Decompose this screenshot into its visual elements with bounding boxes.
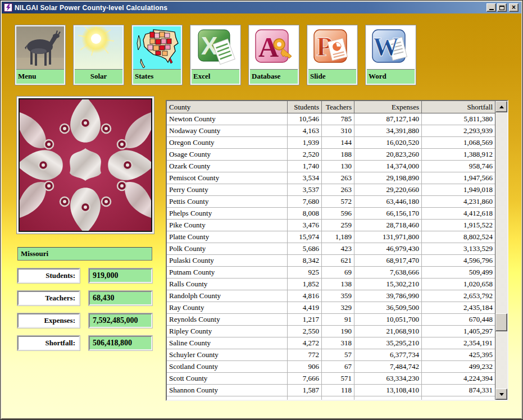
table-row[interactable]: Reynolds County1,2179110,051,700670,448	[167, 314, 495, 326]
table-row[interactable]	[167, 396, 495, 400]
cell-teachers[interactable]: 130	[322, 161, 354, 172]
cell-county[interactable]	[167, 396, 288, 400]
table-row[interactable]: Newton County10,54678587,127,1405,811,38…	[167, 113, 495, 125]
cell-expenses[interactable]: 21,068,910	[354, 326, 422, 337]
cell-shortfall[interactable]: 1,915,522	[422, 220, 495, 231]
cell-expenses[interactable]: 35,295,210	[354, 337, 422, 349]
scroll-down-button[interactable]	[495, 389, 507, 400]
cell-expenses[interactable]: 29,198,890	[354, 172, 422, 184]
cell-county[interactable]: Ralls County	[167, 279, 288, 290]
cell-students[interactable]: 8,342	[288, 255, 322, 267]
column-header-county[interactable]: County	[167, 101, 288, 113]
cell-county[interactable]: Shannon County	[167, 385, 288, 396]
cell-shortfall[interactable]: 1,020,658	[422, 279, 495, 290]
cell-expenses[interactable]: 20,823,260	[354, 149, 422, 161]
cell-county[interactable]: Newton County	[167, 113, 288, 125]
table-row[interactable]: Pulaski County8,34262168,917,4704,596,79…	[167, 255, 495, 267]
cell-teachers[interactable]: 596	[322, 208, 354, 220]
cell-students[interactable]: 1,217	[288, 314, 322, 326]
toolbar-button-excel[interactable]: X Excel	[190, 25, 240, 85]
cell-county[interactable]: Nodaway County	[167, 125, 288, 137]
cell-expenses[interactable]: 87,127,140	[354, 113, 422, 125]
cell-shortfall[interactable]: 5,811,380	[422, 113, 495, 125]
scrollbar-track[interactable]	[495, 112, 507, 389]
cell-shortfall[interactable]: 2,653,792	[422, 290, 495, 302]
cell-students[interactable]: 1,852	[288, 279, 322, 290]
cell-students[interactable]: 3,476	[288, 220, 322, 231]
cell-expenses[interactable]: 63,446,180	[354, 196, 422, 208]
cell-shortfall[interactable]: 2,293,939	[422, 125, 495, 137]
cell-teachers[interactable]: 359	[322, 290, 354, 302]
table-row[interactable]: Osage County2,52018820,823,2601,388,912	[167, 149, 495, 161]
cell-shortfall[interactable]: 1,388,912	[422, 149, 495, 161]
cell-county[interactable]: Pike County	[167, 220, 288, 231]
cell-teachers[interactable]: 144	[322, 137, 354, 149]
cell-students[interactable]: 4,163	[288, 125, 322, 137]
cell-teachers[interactable]: 138	[322, 279, 354, 290]
cell-expenses[interactable]: 7,484,742	[354, 361, 422, 373]
scrollbar-thumb[interactable]	[495, 313, 507, 331]
table-row[interactable]: Pemiscot County3,53426329,198,8901,947,5…	[167, 172, 495, 184]
cell-shortfall[interactable]: 499,232	[422, 361, 495, 373]
cell-county[interactable]: Oregon County	[167, 137, 288, 149]
cell-county[interactable]: Perry County	[167, 184, 288, 196]
cell-shortfall[interactable]: 3,133,529	[422, 243, 495, 255]
toolbar-button-database[interactable]: A Database	[249, 25, 299, 85]
cell-shortfall[interactable]: 4,412,618	[422, 208, 495, 220]
cell-county[interactable]: Randolph County	[167, 290, 288, 302]
cell-students[interactable]	[288, 396, 322, 400]
table-row[interactable]: Shannon County1,58711813,108,410874,331	[167, 385, 495, 396]
students-value[interactable]: 919,000	[89, 268, 152, 283]
cell-students[interactable]: 5,686	[288, 243, 322, 255]
cell-county[interactable]: Platte County	[167, 231, 288, 243]
cell-expenses[interactable]: 29,220,660	[354, 184, 422, 196]
cell-expenses[interactable]	[354, 396, 422, 400]
maximize-button[interactable]	[497, 3, 507, 12]
table-row[interactable]: Scott County7,66657163,334,2304,224,394	[167, 373, 495, 385]
toolbar-button-solar[interactable]: Solar	[74, 25, 124, 85]
table-row[interactable]: Ray County4,41932936,509,5002,435,184	[167, 302, 495, 314]
cell-county[interactable]: Ozark County	[167, 161, 288, 172]
cell-shortfall[interactable]: 509,499	[422, 267, 495, 279]
cell-shortfall[interactable]: 1,947,566	[422, 172, 495, 184]
cell-students[interactable]: 8,008	[288, 208, 322, 220]
cell-shortfall[interactable]: 425,395	[422, 349, 495, 361]
cell-students[interactable]: 772	[288, 349, 322, 361]
cell-students[interactable]: 3,534	[288, 172, 322, 184]
table-row[interactable]: Ripley County2,55019021,068,9101,405,297	[167, 326, 495, 337]
cell-shortfall[interactable]: 4,596,796	[422, 255, 495, 267]
table-row[interactable]: Pettis County7,68057263,446,1804,231,860	[167, 196, 495, 208]
cell-expenses[interactable]: 13,108,410	[354, 385, 422, 396]
cell-shortfall[interactable]: 8,802,524	[422, 231, 495, 243]
cell-students[interactable]: 3,537	[288, 184, 322, 196]
cell-teachers[interactable]: 190	[322, 326, 354, 337]
table-row[interactable]: Randolph County4,81635939,786,9902,653,7…	[167, 290, 495, 302]
cell-county[interactable]: Polk County	[167, 243, 288, 255]
cell-teachers[interactable]: 263	[322, 184, 354, 196]
table-row[interactable]: Pike County3,47625928,718,4601,915,522	[167, 220, 495, 231]
cell-shortfall[interactable]	[422, 396, 495, 400]
cell-expenses[interactable]: 14,374,000	[354, 161, 422, 172]
cell-shortfall[interactable]: 2,435,184	[422, 302, 495, 314]
shortfall-value[interactable]: 506,418,800	[89, 336, 152, 350]
table-row[interactable]: Oregon County1,93914416,020,5201,068,569	[167, 137, 495, 149]
cell-students[interactable]: 15,974	[288, 231, 322, 243]
cell-students[interactable]: 4,816	[288, 290, 322, 302]
column-header-students[interactable]: Students	[288, 101, 322, 113]
table-scrollbar[interactable]	[495, 101, 507, 400]
cell-county[interactable]: Ripley County	[167, 326, 288, 337]
cell-teachers[interactable]	[322, 396, 354, 400]
cell-teachers[interactable]: 621	[322, 255, 354, 267]
cell-shortfall[interactable]: 670,448	[422, 314, 495, 326]
cell-expenses[interactable]: 36,509,500	[354, 302, 422, 314]
table-row[interactable]: Platte County15,9741,189131,971,8008,802…	[167, 231, 495, 243]
minimize-button[interactable]	[486, 3, 496, 12]
cell-expenses[interactable]: 34,391,880	[354, 125, 422, 137]
cell-students[interactable]: 2,550	[288, 326, 322, 337]
state-name-field[interactable]: Missouri	[17, 247, 152, 261]
cell-teachers[interactable]: 785	[322, 113, 354, 125]
table-row[interactable]: Saline County4,27231835,295,2102,354,191	[167, 337, 495, 349]
cell-students[interactable]: 7,666	[288, 373, 322, 385]
cell-expenses[interactable]: 46,979,430	[354, 243, 422, 255]
table-row[interactable]: Perry County3,53726329,220,6601,949,018	[167, 184, 495, 196]
